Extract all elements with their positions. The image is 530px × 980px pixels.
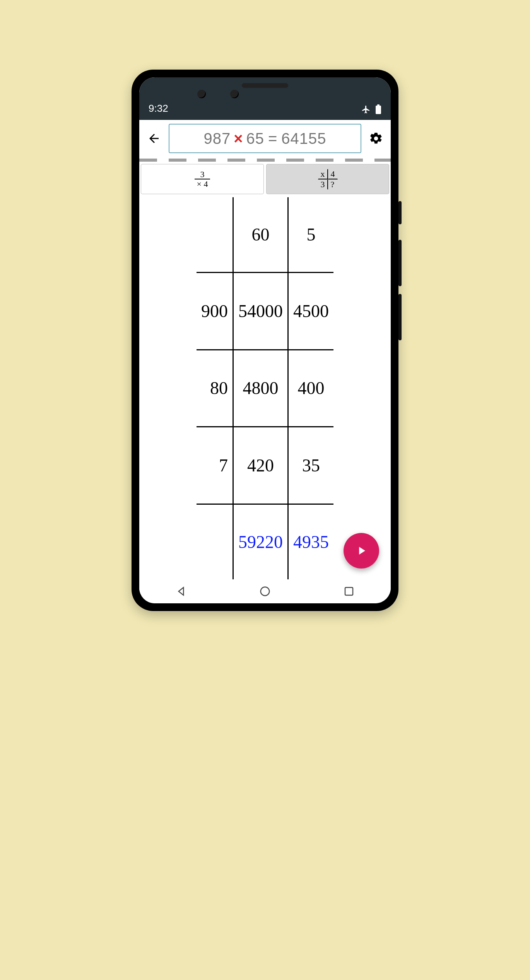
airplane-mode-icon	[361, 105, 371, 114]
operator: ×	[234, 130, 243, 147]
expression-input[interactable]: 987 × 65 = 64155	[169, 124, 361, 153]
nav-back-icon[interactable]	[175, 586, 187, 597]
android-nav-bar	[139, 579, 391, 603]
phone-side-button	[398, 294, 402, 340]
arrow-left-icon	[147, 131, 161, 145]
grid-row-label: 80	[197, 350, 233, 427]
svg-rect-3	[345, 587, 353, 595]
grid-cell: 4500	[288, 273, 334, 350]
grid-row-label: 900	[197, 273, 233, 350]
screen: 9:32 987 × 65 = 64155	[139, 77, 391, 603]
phone-speaker	[242, 83, 288, 88]
grid-multiplication-icon: x 4 3 ?	[318, 169, 338, 190]
grid-row: 7 420 35	[197, 427, 333, 504]
grid-corner	[197, 197, 233, 273]
grid-cell: 54000	[233, 273, 288, 350]
grid-row: 900 54000 4500	[197, 273, 333, 350]
back-button[interactable]	[145, 129, 163, 148]
phone-frame: 9:32 987 × 65 = 64155	[132, 70, 398, 611]
svg-rect-0	[376, 106, 381, 114]
grid-cell: 35	[288, 427, 334, 504]
settings-button[interactable]	[367, 129, 385, 148]
phone-camera	[230, 90, 239, 98]
operand-b: 65	[246, 130, 265, 147]
clock: 9:32	[149, 102, 168, 114]
grid-col-header: 60	[233, 197, 288, 273]
calculation-area: 60 5 900 54000 4500 80 4800 400 7 420 35	[139, 194, 391, 579]
multiplication-grid: 60 5 900 54000 4500 80 4800 400 7 420 35	[197, 197, 333, 579]
grid-row-label: 7	[197, 427, 233, 504]
status-icons	[361, 104, 381, 114]
gear-icon	[369, 131, 383, 145]
battery-icon	[375, 104, 381, 114]
svg-point-2	[261, 587, 270, 596]
grid-col-header: 5	[288, 197, 334, 273]
phone-camera	[197, 90, 206, 98]
nav-recents-icon[interactable]	[343, 586, 355, 597]
grid-col-sum: 59220	[233, 504, 288, 579]
grid-sum-label	[197, 504, 233, 579]
tab-standard-multiplication[interactable]: 3 × 4	[141, 164, 264, 194]
play-icon	[355, 544, 368, 557]
app-bar: 987 × 65 = 64155	[139, 120, 391, 157]
tab-grid-multiplication[interactable]: x 4 3 ?	[266, 164, 389, 194]
divider	[139, 159, 391, 162]
standard-multiplication-icon: 3 × 4	[195, 170, 210, 188]
phone-side-button	[398, 240, 402, 286]
grid-row: 80 4800 400	[197, 350, 333, 427]
result: 64155	[281, 130, 326, 147]
grid-cell: 4800	[233, 350, 288, 427]
grid-cell: 400	[288, 350, 334, 427]
grid-cell: 420	[233, 427, 288, 504]
play-button[interactable]	[344, 533, 379, 569]
nav-home-icon[interactable]	[259, 586, 271, 597]
mode-tabs: 3 × 4 x 4 3 ?	[139, 164, 391, 194]
grid-sum-row: 59220 4935	[197, 504, 333, 579]
operand-a: 987	[203, 130, 231, 147]
equals-sign: =	[268, 130, 277, 147]
svg-rect-1	[377, 104, 380, 106]
grid-header-row: 60 5	[197, 197, 333, 273]
grid-col-sum: 4935	[288, 504, 334, 579]
phone-side-button	[398, 201, 402, 224]
